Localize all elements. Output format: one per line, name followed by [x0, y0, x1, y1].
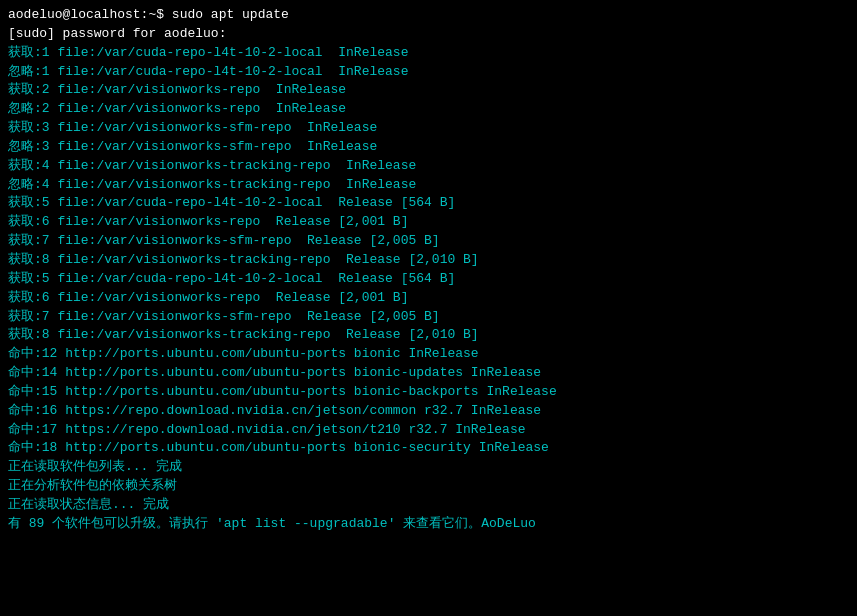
terminal-line: 正在读取软件包列表... 完成	[8, 458, 849, 477]
terminal-line: 获取:5 file:/var/cuda-repo-l4t-10-2-local …	[8, 270, 849, 289]
line-segment: 忽略:4 file:/var/visionworks-tracking-repo…	[8, 177, 416, 192]
terminal-line: 获取:1 file:/var/cuda-repo-l4t-10-2-local …	[8, 44, 849, 63]
line-segment: 命中:17 https://repo.download.nvidia.cn/je…	[8, 422, 525, 437]
line-segment: 获取:6 file:/var/visionworks-repo Release …	[8, 214, 408, 229]
line-segment: 正在读取软件包列表... 完成	[8, 459, 182, 474]
terminal-line: 获取:6 file:/var/visionworks-repo Release …	[8, 289, 849, 308]
terminal-line: 获取:5 file:/var/cuda-repo-l4t-10-2-local …	[8, 194, 849, 213]
terminal-line: 获取:8 file:/var/visionworks-tracking-repo…	[8, 251, 849, 270]
terminal-line: 获取:8 file:/var/visionworks-tracking-repo…	[8, 326, 849, 345]
terminal-line: 忽略:1 file:/var/cuda-repo-l4t-10-2-local …	[8, 63, 849, 82]
line-segment: 获取:4 file:/var/visionworks-tracking-repo…	[8, 158, 416, 173]
terminal-line: 获取:7 file:/var/visionworks-sfm-repo Rele…	[8, 232, 849, 251]
line-segment: 获取:8 file:/var/visionworks-tracking-repo…	[8, 327, 479, 342]
line-segment: 忽略:1 file:/var/cuda-repo-l4t-10-2-local …	[8, 64, 408, 79]
terminal-line: 正在读取状态信息... 完成	[8, 496, 849, 515]
terminal-line: 命中:18 http://ports.ubuntu.com/ubuntu-por…	[8, 439, 849, 458]
line-segment: 忽略:2 file:/var/visionworks-repo InReleas…	[8, 101, 346, 116]
line-segment: 命中:15 http://ports.ubuntu.com/ubuntu-por…	[8, 384, 557, 399]
line-segment: 获取:7 file:/var/visionworks-sfm-repo Rele…	[8, 233, 440, 248]
terminal-line: 命中:17 https://repo.download.nvidia.cn/je…	[8, 421, 849, 440]
terminal-line: 命中:14 http://ports.ubuntu.com/ubuntu-por…	[8, 364, 849, 383]
line-segment: 获取:2 file:/var/visionworks-repo InReleas…	[8, 82, 346, 97]
terminal-line: 命中:16 https://repo.download.nvidia.cn/je…	[8, 402, 849, 421]
terminal-line: 命中:15 http://ports.ubuntu.com/ubuntu-por…	[8, 383, 849, 402]
line-segment: 正在分析软件包的依赖关系树	[8, 478, 177, 493]
line-segment: 获取:8 file:/var/visionworks-tracking-repo…	[8, 252, 479, 267]
line-segment: 获取:3 file:/var/visionworks-sfm-repo InRe…	[8, 120, 377, 135]
terminal-line: [sudo] password for aodeluo:	[8, 25, 849, 44]
terminal-line: 获取:6 file:/var/visionworks-repo Release …	[8, 213, 849, 232]
terminal-line: aodeluo@localhost:~$ sudo apt update	[8, 6, 849, 25]
terminal-line: 获取:2 file:/var/visionworks-repo InReleas…	[8, 81, 849, 100]
line-segment: 获取:7 file:/var/visionworks-sfm-repo Rele…	[8, 309, 440, 324]
line-segment: 有 89 个软件包可以升级。请执行 'apt list --upgradable…	[8, 516, 536, 531]
line-segment: 忽略:3 file:/var/visionworks-sfm-repo InRe…	[8, 139, 377, 154]
line-segment: 命中:16 https://repo.download.nvidia.cn/je…	[8, 403, 541, 418]
line-segment: 获取:5 file:/var/cuda-repo-l4t-10-2-local …	[8, 271, 455, 286]
line-segment: aodeluo@localhost:~$ sudo apt update	[8, 7, 289, 22]
line-segment: 获取:1 file:/var/cuda-repo-l4t-10-2-local …	[8, 45, 408, 60]
terminal-line: 获取:3 file:/var/visionworks-sfm-repo InRe…	[8, 119, 849, 138]
terminal-line: 获取:7 file:/var/visionworks-sfm-repo Rele…	[8, 308, 849, 327]
terminal-line: 忽略:4 file:/var/visionworks-tracking-repo…	[8, 176, 849, 195]
terminal-line: 有 89 个软件包可以升级。请执行 'apt list --upgradable…	[8, 515, 849, 534]
line-segment: 获取:5 file:/var/cuda-repo-l4t-10-2-local …	[8, 195, 455, 210]
line-segment: 命中:18 http://ports.ubuntu.com/ubuntu-por…	[8, 440, 549, 455]
line-segment: 获取:6 file:/var/visionworks-repo Release …	[8, 290, 408, 305]
terminal-line: 忽略:3 file:/var/visionworks-sfm-repo InRe…	[8, 138, 849, 157]
terminal-line: 命中:12 http://ports.ubuntu.com/ubuntu-por…	[8, 345, 849, 364]
terminal-line: 正在分析软件包的依赖关系树	[8, 477, 849, 496]
terminal-line: 获取:4 file:/var/visionworks-tracking-repo…	[8, 157, 849, 176]
line-segment: 正在读取状态信息... 完成	[8, 497, 169, 512]
terminal-window: aodeluo@localhost:~$ sudo apt update[sud…	[0, 0, 857, 616]
line-segment: 命中:14 http://ports.ubuntu.com/ubuntu-por…	[8, 365, 541, 380]
line-segment: 命中:12 http://ports.ubuntu.com/ubuntu-por…	[8, 346, 479, 361]
line-segment: [sudo] password for aodeluo:	[8, 26, 226, 41]
terminal-line: 忽略:2 file:/var/visionworks-repo InReleas…	[8, 100, 849, 119]
